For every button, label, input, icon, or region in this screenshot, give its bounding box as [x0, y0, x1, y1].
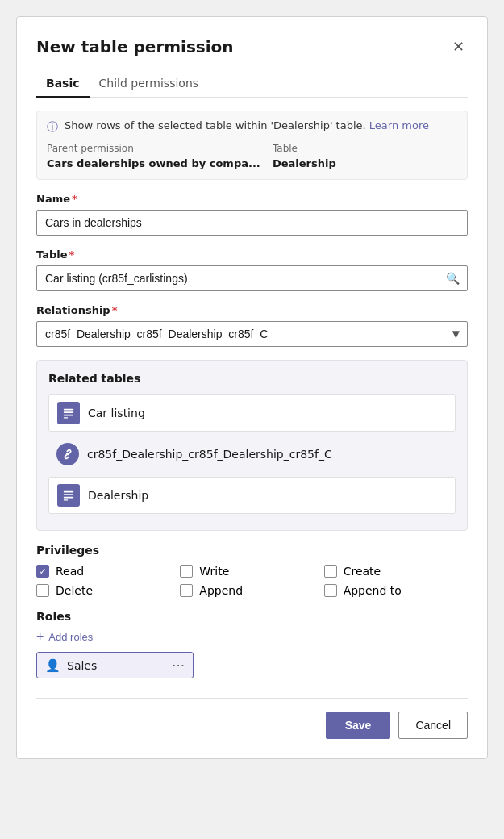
close-button[interactable]: ✕	[449, 36, 468, 57]
table-required: *	[69, 248, 75, 261]
related-item-car-listing: Car listing	[48, 394, 456, 432]
privilege-write-label: Write	[199, 565, 229, 578]
relationship-select[interactable]: cr85f_Dealership_cr85f_Dealership_cr85f_…	[36, 321, 468, 347]
related-tables-box: Related tables Car listing cr85f_Dealers…	[36, 360, 468, 531]
relationship-link-icon	[56, 443, 79, 465]
privileges-grid: Read Write Create Delete Append Append t…	[36, 565, 468, 597]
svg-rect-1	[64, 411, 73, 413]
related-tables-title: Related tables	[48, 372, 456, 385]
table-field-group: Table* 🔍	[36, 248, 468, 291]
privilege-append-to: Append to	[324, 584, 468, 597]
privilege-append-label: Append	[199, 584, 243, 597]
privileges-title: Privileges	[36, 544, 468, 557]
info-col2-header: Table	[273, 143, 457, 154]
table-input[interactable]	[36, 265, 468, 291]
checkbox-create[interactable]	[324, 565, 337, 578]
dialog-header: New table permission ✕	[36, 36, 468, 57]
name-required: *	[72, 193, 77, 205]
svg-rect-3	[64, 417, 68, 418]
svg-rect-2	[64, 415, 73, 416]
checkbox-append-to[interactable]	[324, 584, 337, 597]
relationship-item-label: cr85f_Dealership_cr85f_Dealership_cr85f_…	[87, 448, 332, 461]
info-col1-value: Cars dealerships owned by compa...	[47, 157, 273, 169]
name-field-group: Name*	[36, 193, 468, 236]
privilege-create: Create	[324, 565, 468, 578]
cancel-button[interactable]: Cancel	[398, 712, 468, 739]
privileges-section: Privileges Read Write Create Delete Appe…	[36, 544, 468, 597]
relationship-field-group: Relationship* cr85f_Dealership_cr85f_Dea…	[36, 304, 468, 347]
car-listing-label: Car listing	[88, 407, 145, 420]
dialog-footer: Save Cancel	[36, 698, 468, 739]
privilege-read: Read	[36, 565, 180, 578]
dealership-table-icon	[57, 484, 80, 507]
add-roles-button[interactable]: + Add roles	[36, 629, 93, 644]
privilege-write: Write	[180, 565, 323, 578]
checkbox-delete[interactable]	[36, 584, 49, 597]
table-label: Table*	[36, 248, 468, 261]
privilege-append: Append	[180, 584, 323, 597]
dealership-label: Dealership	[88, 489, 148, 502]
role-person-icon: 👤	[45, 658, 60, 673]
roles-title: Roles	[36, 610, 468, 623]
relationship-required: *	[112, 304, 118, 316]
name-input[interactable]	[36, 210, 468, 236]
dialog-title: New table permission	[36, 37, 234, 56]
checkbox-append[interactable]	[180, 584, 193, 597]
save-button[interactable]: Save	[326, 712, 391, 739]
related-item-relationship: cr85f_Dealership_cr85f_Dealership_cr85f_…	[48, 436, 456, 472]
tab-bar: Basic Child permissions	[36, 70, 468, 98]
relationship-label: Relationship*	[36, 304, 468, 316]
learn-more-link[interactable]: Learn more	[369, 119, 429, 131]
new-table-permission-dialog: New table permission ✕ Basic Child permi…	[16, 16, 488, 759]
info-icon: ⓘ	[47, 120, 58, 135]
role-tag-sales: 👤 Sales ⋯	[36, 652, 194, 678]
privilege-delete: Delete	[36, 584, 180, 597]
car-listing-table-icon	[57, 402, 80, 424]
add-roles-plus-icon: +	[36, 629, 44, 644]
roles-section: Roles + Add roles 👤 Sales ⋯	[36, 610, 468, 678]
role-tag-inner: 👤 Sales	[45, 658, 97, 673]
relationship-select-wrapper: cr85f_Dealership_cr85f_Dealership_cr85f_…	[36, 321, 468, 347]
info-box: ⓘ Show rows of the selected table within…	[36, 111, 468, 180]
checkbox-read[interactable]	[36, 565, 49, 578]
tab-basic[interactable]: Basic	[36, 70, 90, 98]
tab-child-permissions[interactable]: Child permissions	[90, 70, 209, 98]
privilege-delete-label: Delete	[56, 584, 93, 597]
privilege-create-label: Create	[344, 565, 381, 578]
name-label: Name*	[36, 193, 468, 205]
table-select-wrapper: 🔍	[36, 265, 468, 291]
privilege-read-label: Read	[56, 565, 84, 578]
add-roles-label: Add roles	[48, 631, 93, 643]
svg-rect-5	[64, 494, 73, 495]
role-more-icon[interactable]: ⋯	[172, 657, 185, 673]
related-item-dealership: Dealership	[48, 477, 456, 514]
role-sales-label: Sales	[67, 659, 97, 672]
info-col2-value: Dealership	[273, 157, 457, 169]
checkbox-write[interactable]	[180, 565, 193, 578]
svg-rect-4	[64, 491, 73, 493]
svg-rect-7	[64, 499, 68, 500]
info-table: Parent permission Table Cars dealerships…	[47, 141, 457, 171]
svg-rect-0	[64, 409, 73, 411]
info-col1-header: Parent permission	[47, 143, 273, 154]
svg-rect-6	[64, 497, 73, 499]
info-message: Show rows of the selected table within '…	[65, 119, 429, 131]
privilege-append-to-label: Append to	[344, 584, 402, 597]
